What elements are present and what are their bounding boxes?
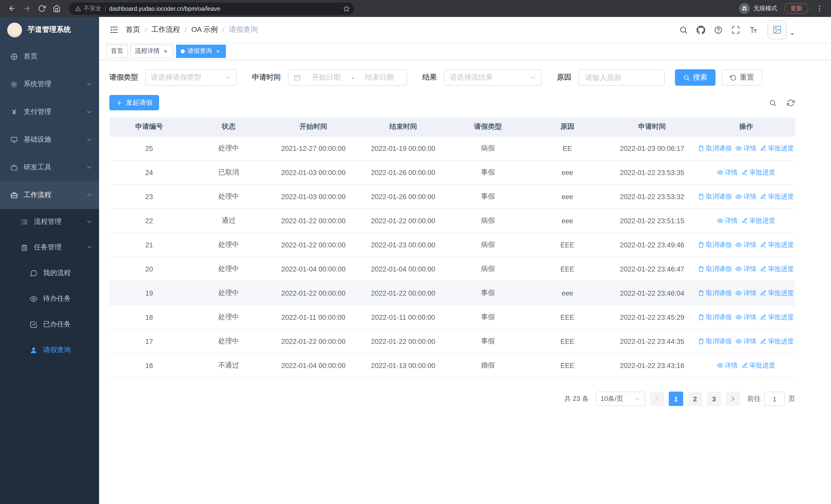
result-select[interactable]: 请选择流结果	[444, 69, 542, 86]
detail-link[interactable]: 详情	[736, 240, 756, 249]
browser-back-button[interactable]	[5, 2, 19, 16]
approval-progress-link[interactable]: 审批进度	[761, 265, 794, 273]
sidebar-item-label: 已办任务	[43, 320, 71, 329]
github-link[interactable]	[692, 20, 709, 39]
cancel-leave-link[interactable]: 取消请假	[698, 337, 732, 346]
sidebar-item-done-tasks[interactable]: 已办任务	[0, 312, 99, 337]
approval-progress-link[interactable]: 审批进度	[761, 192, 794, 201]
detail-link[interactable]: 详情	[736, 144, 756, 153]
approval-progress-link[interactable]: 审批进度	[761, 240, 794, 249]
next-page-button[interactable]	[726, 392, 740, 406]
browser-reload-button[interactable]	[35, 2, 49, 16]
tag-home[interactable]: 首页	[106, 45, 128, 58]
browser-menu-button[interactable]	[812, 2, 826, 15]
sidebar-item-label: 研发工具	[24, 163, 51, 172]
approval-progress-link[interactable]: 审批进度	[761, 144, 794, 153]
sidebar-item-payment[interactable]: ¥ 支付管理	[0, 98, 99, 126]
cancel-leave-label: 取消请假	[706, 144, 732, 153]
date-range-picker[interactable]: 开始日期 - 结束日期	[288, 69, 407, 86]
detail-link[interactable]: 详情	[717, 361, 738, 370]
approval-progress-link[interactable]: 审批进度	[761, 289, 794, 297]
detail-link[interactable]: 详情	[717, 168, 738, 177]
close-icon[interactable]: ×	[162, 48, 169, 54]
start-date-input[interactable]: 开始日期	[305, 73, 348, 82]
approval-progress-link[interactable]: 审批进度	[761, 337, 794, 346]
detail-link[interactable]: 详情	[736, 337, 756, 346]
help-docs-button[interactable]	[710, 20, 726, 39]
breadcrumb-item[interactable]: 首页	[126, 25, 140, 34]
sidebar-item-task-management[interactable]: 任务管理	[0, 235, 99, 260]
detail-link[interactable]: 详情	[736, 313, 756, 322]
approval-progress-link[interactable]: 审批进度	[742, 361, 775, 370]
cancel-leave-link[interactable]: 取消请假	[698, 265, 732, 273]
hide-search-button[interactable]	[768, 98, 777, 107]
cancel-leave-link[interactable]: 取消请假	[698, 144, 732, 153]
refresh-table-button[interactable]	[786, 98, 795, 107]
search-button[interactable]: 搜索	[675, 69, 716, 86]
edit-pen-icon	[742, 217, 748, 224]
prev-page-button[interactable]	[650, 392, 664, 406]
fullscreen-button[interactable]	[727, 20, 744, 39]
user-avatar[interactable]	[767, 20, 787, 39]
detail-link[interactable]: 详情	[736, 265, 756, 273]
sidebar-item-infrastructure[interactable]: 基础设施	[0, 126, 99, 153]
page-button-2[interactable]: 2	[688, 392, 702, 406]
breadcrumb-item[interactable]: 工作流程	[151, 25, 180, 34]
browser-update-button[interactable]: 更新	[784, 3, 808, 14]
sidebar-item-devtools[interactable]: 研发工具	[0, 153, 99, 181]
page-button-1[interactable]: 1	[669, 392, 683, 406]
sidebar-item-todo-tasks[interactable]: 待办任务	[0, 286, 99, 312]
app-logo[interactable]: 芋道管理系统	[0, 17, 99, 42]
detail-link[interactable]: 详情	[736, 192, 756, 201]
approval-progress-link[interactable]: 审批进度	[761, 313, 794, 322]
sidebar-item-process-management[interactable]: 流程管理	[0, 209, 99, 235]
create-leave-button[interactable]: 发起请假	[109, 95, 159, 110]
detail-label: 详情	[744, 265, 756, 273]
cell-start-time: 2022-01-22 00:00:00	[268, 241, 358, 249]
cancel-leave-link[interactable]: 取消请假	[698, 313, 732, 322]
eye-icon	[736, 314, 742, 320]
goto-page-input[interactable]	[764, 392, 785, 406]
list-icon	[21, 218, 28, 226]
address-bar[interactable]: 不安全 dashboard.yudao.iocoder.cn/bpm/oa/le…	[69, 2, 354, 14]
page-button-3[interactable]: 3	[707, 392, 721, 406]
sidebar-item-leave-query[interactable]: 请假查询	[0, 337, 99, 363]
bookmark-star-button[interactable]	[341, 3, 352, 14]
cancel-leave-link[interactable]: 取消请假	[698, 289, 732, 297]
font-size-button[interactable]	[745, 20, 761, 39]
cancel-leave-link[interactable]: 取消请假	[698, 192, 732, 201]
avatar-dropdown-caret[interactable]	[790, 31, 795, 37]
cell-end-time: 2022-01-23 00:00:00	[358, 241, 448, 249]
table-row: 19 处理中 2022-01-22 00:00:00 2022-01-22 00…	[109, 281, 795, 305]
browser-forward-button[interactable]	[20, 2, 34, 16]
close-icon[interactable]: ×	[214, 48, 221, 54]
browser-home-button[interactable]	[50, 2, 64, 16]
cancel-leave-link[interactable]: 取消请假	[698, 240, 732, 249]
sidebar-item-workflow[interactable]: 工作流程	[0, 181, 99, 209]
leave-type-select[interactable]: 请选择请假类型	[145, 69, 237, 86]
tag-leave-query[interactable]: 请假查询 ×	[176, 45, 226, 58]
reset-button[interactable]: 重置	[722, 69, 762, 86]
approval-progress-link[interactable]: 审批进度	[742, 216, 775, 225]
eye-icon	[736, 242, 742, 248]
reason-input[interactable]	[579, 70, 664, 85]
tag-process-detail[interactable]: 流程详情 ×	[131, 45, 173, 58]
eye-icon	[717, 169, 723, 176]
sidebar-collapse-button[interactable]	[105, 21, 123, 38]
approval-progress-link[interactable]: 审批进度	[742, 168, 775, 177]
sidebar-item-home[interactable]: 首页	[0, 42, 99, 70]
detail-link[interactable]: 详情	[736, 289, 756, 297]
breadcrumb-item[interactable]: OA 示例	[192, 25, 218, 34]
security-status[interactable]: 不安全	[75, 5, 102, 12]
table-row: 25 处理中 2021-12-27 00:00:00 2022-01-19 00…	[109, 137, 795, 161]
header-search-button[interactable]	[675, 20, 691, 39]
caret-down-icon	[790, 31, 795, 37]
detail-link[interactable]: 详情	[717, 216, 738, 225]
sidebar-item-system[interactable]: 系统管理	[0, 70, 99, 98]
end-date-input[interactable]: 结束日期	[358, 73, 401, 82]
eye-icon	[736, 290, 742, 296]
chevron-down-icon	[530, 75, 536, 81]
address-divider	[105, 5, 106, 11]
page-size-select[interactable]: 10条/页	[596, 392, 645, 406]
sidebar-item-my-processes[interactable]: 我的流程	[0, 260, 99, 286]
